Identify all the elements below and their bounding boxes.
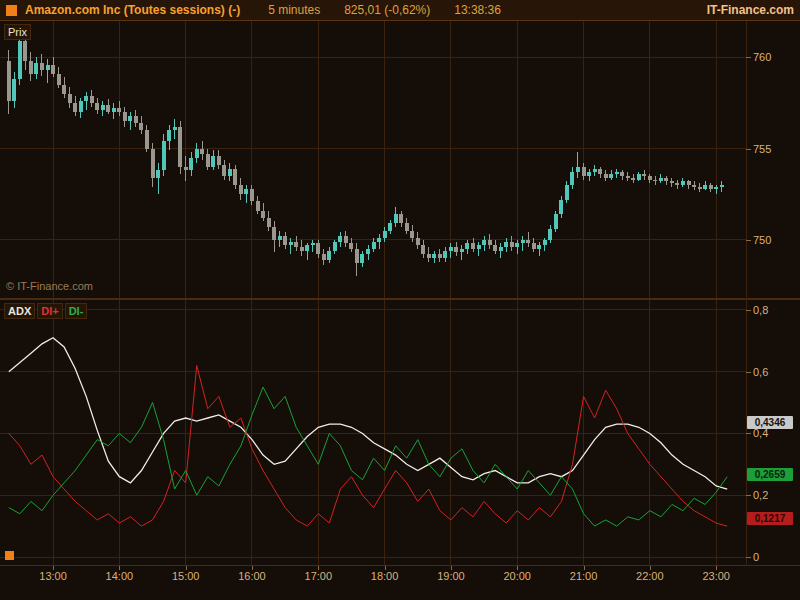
adx-panel: ADX DI+ DI- [0,300,800,566]
watermark: © IT-Finance.com [6,280,93,292]
last-price-label: 825,01 (-0,62%) [344,3,430,17]
price-panel: Prix © IT-Finance.com [0,21,800,300]
legend-di-plus[interactable]: DI+ [37,303,62,319]
time-axis[interactable] [0,566,800,600]
price-candlestick-chart[interactable] [0,21,746,298]
clock-label: 13:38:36 [454,3,501,17]
legend-adx[interactable]: ADX [4,303,35,319]
adx-indicator-chart[interactable] [0,300,746,565]
app-logo-icon [6,5,17,16]
title-bar: Amazon.com Inc (Toutes sessions) (-) 5 m… [0,0,800,21]
legend-di-minus[interactable]: DI- [65,303,88,319]
brand-label: IT-Finance.com [707,3,794,17]
instrument-title: Amazon.com Inc (Toutes sessions) (-) [25,3,240,17]
timeframe-label: 5 minutes [268,3,320,17]
panel-marker-icon[interactable] [5,551,14,560]
price-panel-label[interactable]: Prix [4,24,31,40]
axis-separator-line [746,21,747,566]
adx-legend: ADX DI+ DI- [4,303,87,319]
trading-chart-window: Amazon.com Inc (Toutes sessions) (-) 5 m… [0,0,800,600]
